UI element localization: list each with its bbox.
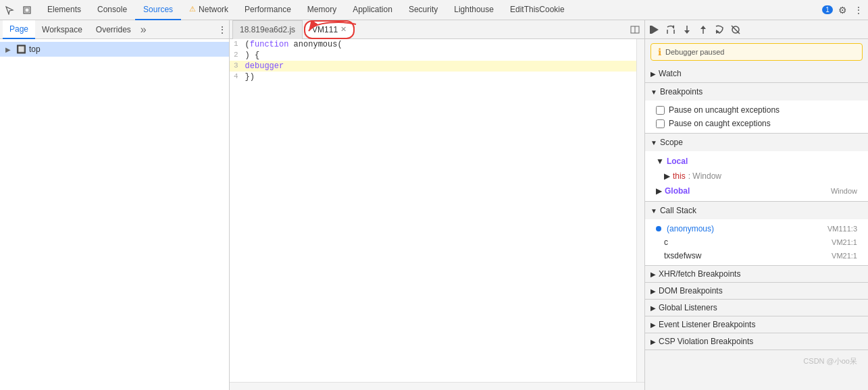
code-lines: 1 (function anonymous( 2 ) { 3 debugger	[230, 39, 644, 82]
scope-global-label: Global	[665, 186, 690, 196]
event-chevron-icon: ▶	[650, 321, 656, 329]
pause-uncaught-checkbox[interactable]	[656, 106, 665, 115]
tab-application[interactable]: Application	[344, 0, 401, 20]
svg-line-15	[732, 26, 740, 34]
scope-local-header[interactable]: ▼ Local	[645, 154, 868, 169]
svg-marker-5	[652, 26, 659, 34]
tab-overrides[interactable]: Overrides	[89, 20, 138, 39]
tab-console[interactable]: Console	[89, 0, 135, 20]
left-panel: Page Workspace Overrides » ⋮ ▶ 🔲 top	[0, 20, 230, 390]
vertical-scrollbar[interactable]	[636, 39, 644, 382]
scope-this-item[interactable]: ▶ this : Window	[645, 169, 868, 184]
scope-global-item[interactable]: ▶ Global Window	[645, 184, 868, 198]
dom-breakpoints-header[interactable]: ▶ DOM Breakpoints	[645, 283, 868, 299]
step-out-icon[interactable]	[696, 23, 710, 36]
right-panel: ℹ Debugger paused ▶ Watch ▼ Breakpoints	[645, 20, 868, 390]
deactivate-breakpoints-icon[interactable]	[729, 23, 742, 36]
tab-performance[interactable]: Performance	[236, 0, 299, 20]
main-tab-bar: Elements Console Sources Network Perform…	[39, 0, 817, 20]
section-xhr-breakpoints: ▶ XHR/fetch Breakpoints	[645, 266, 868, 283]
more-tabs-icon[interactable]: »	[141, 24, 147, 36]
watermark-area: CSDN @小oo呆	[645, 350, 868, 377]
local-chevron-icon: ▼	[656, 157, 664, 166]
breakpoints-chevron-icon: ▼	[650, 88, 657, 96]
pause-caught-checkbox[interactable]	[656, 119, 665, 128]
call-stack-item-anonymous[interactable]: (anonymous) VM111:3	[645, 222, 868, 235]
resume-icon[interactable]	[648, 23, 661, 36]
line-content-1: (function anonymous(	[245, 39, 644, 50]
tab-elements[interactable]: Elements	[39, 0, 89, 20]
section-csp-breakpoints: ▶ CSP Violation Breakpoints	[645, 333, 868, 350]
editor-content[interactable]: 1 (function anonymous( 2 ) { 3 debugger	[230, 39, 644, 390]
step-over-icon[interactable]	[664, 23, 678, 36]
step-icon[interactable]	[713, 23, 726, 36]
active-frame-dot	[656, 226, 661, 231]
debugger-paused-text: Debugger paused	[665, 48, 724, 56]
tree-item-top[interactable]: ▶ 🔲 top	[0, 42, 229, 57]
scope-global-value: Window	[831, 187, 857, 195]
tab-workspace[interactable]: Workspace	[35, 20, 89, 39]
sources-subtab-bar: Page Workspace Overrides » ⋮	[0, 20, 229, 39]
file-tree: ▶ 🔲 top	[0, 39, 229, 390]
tab-network[interactable]: Network	[181, 0, 236, 20]
line-num-2: 2	[230, 50, 245, 61]
horizontal-scrollbar[interactable]	[230, 382, 644, 390]
section-call-stack-header[interactable]: ▼ Call Stack	[645, 202, 868, 219]
code-line-1: 1 (function anonymous(	[230, 39, 644, 50]
line-content-4: })	[245, 72, 644, 82]
section-breakpoints: ▼ Breakpoints Pause on uncaught exceptio…	[645, 83, 868, 134]
settings-icon[interactable]: ⚙	[836, 3, 849, 17]
step-into-icon[interactable]	[680, 23, 694, 36]
call-stack-content: (anonymous) VM111:3 c VM21:1 txsdefwsw V…	[645, 219, 868, 265]
tab-sources[interactable]: Sources	[135, 0, 181, 20]
xhr-breakpoints-label: XHR/fetch Breakpoints	[659, 269, 740, 279]
svg-rect-6	[650, 26, 652, 34]
tab-memory[interactable]: Memory	[299, 0, 344, 20]
editor-tab-vm111[interactable]: VM111 ✕	[304, 20, 355, 39]
global-listeners-header[interactable]: ▶ Global Listeners	[645, 300, 868, 316]
cursor-icon[interactable]	[3, 3, 16, 17]
cs-anonymous-location: VM111:3	[827, 225, 857, 233]
section-scope-label: Scope	[660, 138, 683, 147]
csp-breakpoints-header[interactable]: ▶ CSP Violation Breakpoints	[645, 333, 868, 350]
section-scope-header[interactable]: ▼ Scope	[645, 134, 868, 151]
tab-security[interactable]: Security	[401, 0, 446, 20]
notification-badge: 1	[822, 5, 833, 14]
debugger-toolbar	[645, 20, 868, 39]
split-editor-icon[interactable]	[628, 23, 642, 36]
new-folder-icon[interactable]: ⋮	[218, 25, 226, 34]
section-breakpoints-header[interactable]: ▼ Breakpoints	[645, 83, 868, 101]
devtools-body: Page Workspace Overrides » ⋮ ▶ 🔲 top 18.…	[0, 20, 868, 390]
right-sections: ▶ Watch ▼ Breakpoints Pause on uncaught …	[645, 65, 868, 390]
line-num-4: 4	[230, 72, 245, 82]
line-num-1: 1	[230, 39, 245, 50]
global-chevron-icon: ▶	[650, 304, 656, 312]
code-line-3: 3 debugger	[230, 61, 644, 72]
pause-caught-item[interactable]: Pause on caught exceptions	[645, 117, 868, 130]
xhr-breakpoints-header[interactable]: ▶ XHR/fetch Breakpoints	[645, 266, 868, 282]
section-watch-label: Watch	[659, 69, 682, 78]
editor-tab-js[interactable]: 18.819ea6d2.js	[232, 20, 303, 39]
devtools-icons-left	[3, 3, 34, 17]
tab-lighthouse[interactable]: Lighthouse	[446, 0, 502, 20]
call-stack-item-txsdefwsw[interactable]: txsdefwsw VM21:1	[645, 249, 868, 262]
line-content-3: debugger	[245, 61, 644, 72]
dom-breakpoints-label: DOM Breakpoints	[659, 286, 723, 296]
section-global-listeners: ▶ Global Listeners	[645, 300, 868, 316]
box-inspect-icon[interactable]	[20, 3, 34, 17]
more-icon[interactable]: ⋮	[852, 3, 865, 17]
section-event-breakpoints: ▶ Event Listener Breakpoints	[645, 316, 868, 333]
event-breakpoints-header[interactable]: ▶ Event Listener Breakpoints	[645, 316, 868, 333]
tree-item-label: top	[29, 45, 41, 54]
call-stack-item-c[interactable]: c VM21:1	[645, 235, 868, 249]
pause-uncaught-label: Pause on uncaught exceptions	[669, 105, 780, 115]
close-tab-icon[interactable]: ✕	[340, 25, 347, 34]
tab-editthiscookie[interactable]: EditThisCookie	[502, 0, 573, 20]
editor-wrapper: 1 (function anonymous( 2 ) { 3 debugger	[230, 39, 644, 390]
section-watch-header[interactable]: ▶ Watch	[645, 65, 868, 82]
scope-content: ▼ Local ▶ this : Window ▶ Global Wind	[645, 151, 868, 201]
cs-c-location: VM21:1	[832, 238, 857, 246]
xhr-chevron-icon: ▶	[650, 271, 656, 278]
tab-page[interactable]: Page	[3, 20, 35, 39]
pause-uncaught-item[interactable]: Pause on uncaught exceptions	[645, 103, 868, 117]
